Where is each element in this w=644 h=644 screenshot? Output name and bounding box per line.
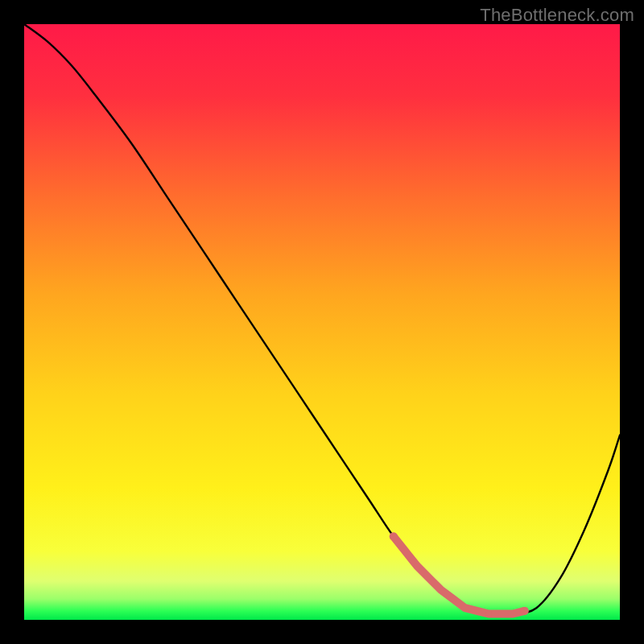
- svg-point-3: [450, 596, 456, 602]
- bottleneck-curve-chart: [0, 0, 644, 644]
- svg-point-1: [521, 607, 529, 615]
- svg-point-4: [485, 611, 492, 617]
- svg-point-0: [390, 532, 398, 540]
- chart-frame: TheBottleneck.com: [0, 0, 644, 644]
- svg-point-2: [415, 564, 421, 570]
- plot-area: [24, 24, 620, 620]
